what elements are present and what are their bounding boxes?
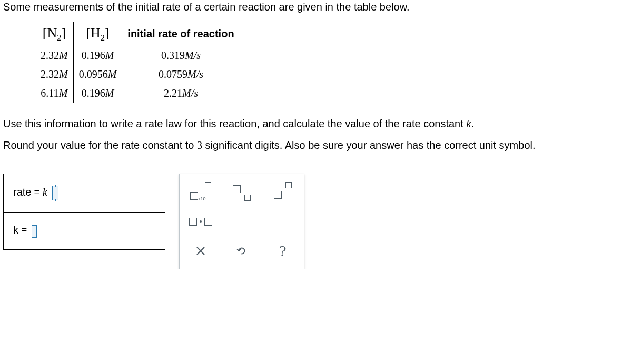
table-row: 2.32M 0.196M 0.319M/s [35,46,240,65]
data-table: [N2] [H2] initial rate of reaction 2.32M… [35,22,240,103]
clear-button[interactable] [190,241,211,260]
multiply-dot-button[interactable] [190,212,211,231]
help-button[interactable]: ? [272,241,293,260]
col-header-rate: initial rate of reaction [122,22,240,46]
symbol-palette: x10 [179,174,304,269]
col-header-n2: [N2] [35,22,74,46]
undo-button[interactable] [231,241,252,260]
rate-law-input-cell[interactable]: rate = k [4,174,165,213]
rate-law-placeholder[interactable] [52,186,58,200]
k-value-input-cell[interactable]: k = [4,213,165,249]
instruction-1: Use this information to write a rate law… [3,117,629,131]
superscript-button[interactable] [272,183,293,201]
k-value-placeholder[interactable] [32,225,37,238]
scientific-notation-button[interactable]: x10 [190,183,211,201]
instruction-2: Round your value for the rate constant t… [3,138,629,153]
table-row: 2.32M 0.0956M 0.0759M/s [35,65,240,84]
intro-text: Some measurements of the initial rate of… [3,0,629,14]
table-row: 6.11M 0.196M 2.21M/s [35,84,240,103]
answer-table: rate = k k = [3,174,165,249]
close-icon [195,245,206,257]
undo-icon [236,245,248,257]
help-icon: ? [279,242,286,260]
subscript-button[interactable] [231,183,252,201]
col-header-h2: [H2] [73,22,122,46]
